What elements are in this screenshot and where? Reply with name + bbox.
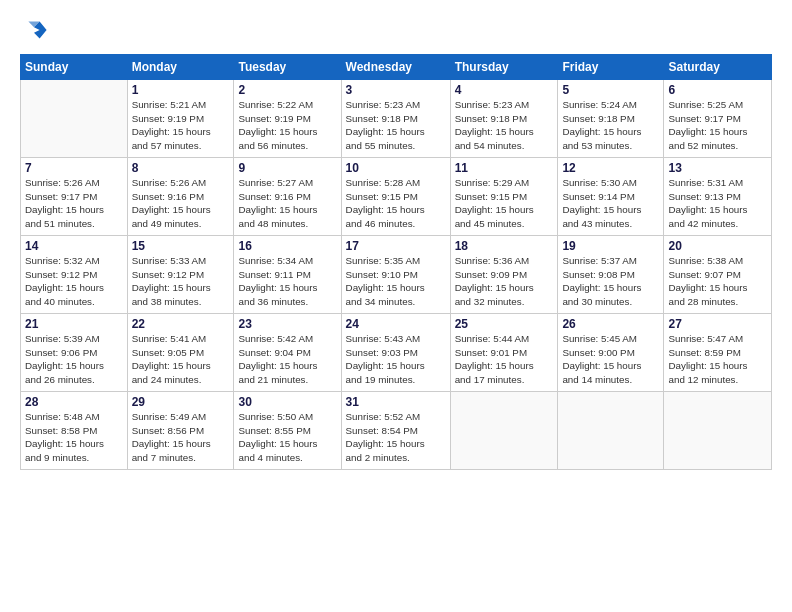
day-number: 1 (132, 83, 230, 97)
day-number: 8 (132, 161, 230, 175)
calendar-week-5: 28Sunrise: 5:48 AM Sunset: 8:58 PM Dayli… (21, 392, 772, 470)
day-number: 2 (238, 83, 336, 97)
calendar: SundayMondayTuesdayWednesdayThursdayFrid… (20, 54, 772, 470)
calendar-cell: 22Sunrise: 5:41 AM Sunset: 9:05 PM Dayli… (127, 314, 234, 392)
calendar-cell: 30Sunrise: 5:50 AM Sunset: 8:55 PM Dayli… (234, 392, 341, 470)
day-number: 24 (346, 317, 446, 331)
calendar-cell: 24Sunrise: 5:43 AM Sunset: 9:03 PM Dayli… (341, 314, 450, 392)
day-number: 17 (346, 239, 446, 253)
day-info: Sunrise: 5:21 AM Sunset: 9:19 PM Dayligh… (132, 98, 230, 153)
calendar-cell: 16Sunrise: 5:34 AM Sunset: 9:11 PM Dayli… (234, 236, 341, 314)
calendar-header-sunday: Sunday (21, 55, 128, 80)
day-info: Sunrise: 5:36 AM Sunset: 9:09 PM Dayligh… (455, 254, 554, 309)
day-info: Sunrise: 5:49 AM Sunset: 8:56 PM Dayligh… (132, 410, 230, 465)
day-info: Sunrise: 5:30 AM Sunset: 9:14 PM Dayligh… (562, 176, 659, 231)
calendar-cell: 14Sunrise: 5:32 AM Sunset: 9:12 PM Dayli… (21, 236, 128, 314)
day-number: 25 (455, 317, 554, 331)
day-info: Sunrise: 5:23 AM Sunset: 9:18 PM Dayligh… (346, 98, 446, 153)
day-info: Sunrise: 5:43 AM Sunset: 9:03 PM Dayligh… (346, 332, 446, 387)
day-info: Sunrise: 5:44 AM Sunset: 9:01 PM Dayligh… (455, 332, 554, 387)
calendar-cell: 25Sunrise: 5:44 AM Sunset: 9:01 PM Dayli… (450, 314, 558, 392)
day-info: Sunrise: 5:26 AM Sunset: 9:16 PM Dayligh… (132, 176, 230, 231)
day-number: 9 (238, 161, 336, 175)
day-number: 29 (132, 395, 230, 409)
calendar-header-row: SundayMondayTuesdayWednesdayThursdayFrid… (21, 55, 772, 80)
calendar-week-4: 21Sunrise: 5:39 AM Sunset: 9:06 PM Dayli… (21, 314, 772, 392)
day-info: Sunrise: 5:32 AM Sunset: 9:12 PM Dayligh… (25, 254, 123, 309)
day-number: 20 (668, 239, 767, 253)
day-number: 27 (668, 317, 767, 331)
calendar-cell: 6Sunrise: 5:25 AM Sunset: 9:17 PM Daylig… (664, 80, 772, 158)
day-number: 23 (238, 317, 336, 331)
logo-icon (20, 16, 48, 44)
calendar-header-tuesday: Tuesday (234, 55, 341, 80)
day-info: Sunrise: 5:24 AM Sunset: 9:18 PM Dayligh… (562, 98, 659, 153)
day-info: Sunrise: 5:33 AM Sunset: 9:12 PM Dayligh… (132, 254, 230, 309)
calendar-cell: 15Sunrise: 5:33 AM Sunset: 9:12 PM Dayli… (127, 236, 234, 314)
header (20, 16, 772, 44)
day-info: Sunrise: 5:31 AM Sunset: 9:13 PM Dayligh… (668, 176, 767, 231)
calendar-header-monday: Monday (127, 55, 234, 80)
calendar-header-friday: Friday (558, 55, 664, 80)
calendar-header-thursday: Thursday (450, 55, 558, 80)
calendar-cell: 18Sunrise: 5:36 AM Sunset: 9:09 PM Dayli… (450, 236, 558, 314)
day-info: Sunrise: 5:27 AM Sunset: 9:16 PM Dayligh… (238, 176, 336, 231)
day-number: 28 (25, 395, 123, 409)
calendar-cell: 23Sunrise: 5:42 AM Sunset: 9:04 PM Dayli… (234, 314, 341, 392)
day-info: Sunrise: 5:52 AM Sunset: 8:54 PM Dayligh… (346, 410, 446, 465)
day-info: Sunrise: 5:23 AM Sunset: 9:18 PM Dayligh… (455, 98, 554, 153)
calendar-cell: 13Sunrise: 5:31 AM Sunset: 9:13 PM Dayli… (664, 158, 772, 236)
calendar-cell: 28Sunrise: 5:48 AM Sunset: 8:58 PM Dayli… (21, 392, 128, 470)
logo (20, 16, 52, 44)
calendar-cell (21, 80, 128, 158)
day-number: 11 (455, 161, 554, 175)
calendar-cell: 27Sunrise: 5:47 AM Sunset: 8:59 PM Dayli… (664, 314, 772, 392)
day-info: Sunrise: 5:38 AM Sunset: 9:07 PM Dayligh… (668, 254, 767, 309)
day-info: Sunrise: 5:48 AM Sunset: 8:58 PM Dayligh… (25, 410, 123, 465)
day-info: Sunrise: 5:37 AM Sunset: 9:08 PM Dayligh… (562, 254, 659, 309)
day-number: 12 (562, 161, 659, 175)
calendar-week-2: 7Sunrise: 5:26 AM Sunset: 9:17 PM Daylig… (21, 158, 772, 236)
calendar-cell: 21Sunrise: 5:39 AM Sunset: 9:06 PM Dayli… (21, 314, 128, 392)
day-info: Sunrise: 5:35 AM Sunset: 9:10 PM Dayligh… (346, 254, 446, 309)
day-number: 5 (562, 83, 659, 97)
day-number: 6 (668, 83, 767, 97)
calendar-cell: 17Sunrise: 5:35 AM Sunset: 9:10 PM Dayli… (341, 236, 450, 314)
calendar-cell: 19Sunrise: 5:37 AM Sunset: 9:08 PM Dayli… (558, 236, 664, 314)
day-number: 21 (25, 317, 123, 331)
day-number: 13 (668, 161, 767, 175)
calendar-cell: 26Sunrise: 5:45 AM Sunset: 9:00 PM Dayli… (558, 314, 664, 392)
calendar-cell: 3Sunrise: 5:23 AM Sunset: 9:18 PM Daylig… (341, 80, 450, 158)
calendar-cell: 7Sunrise: 5:26 AM Sunset: 9:17 PM Daylig… (21, 158, 128, 236)
calendar-cell (558, 392, 664, 470)
day-info: Sunrise: 5:39 AM Sunset: 9:06 PM Dayligh… (25, 332, 123, 387)
calendar-week-3: 14Sunrise: 5:32 AM Sunset: 9:12 PM Dayli… (21, 236, 772, 314)
calendar-cell: 20Sunrise: 5:38 AM Sunset: 9:07 PM Dayli… (664, 236, 772, 314)
calendar-cell: 9Sunrise: 5:27 AM Sunset: 9:16 PM Daylig… (234, 158, 341, 236)
day-info: Sunrise: 5:47 AM Sunset: 8:59 PM Dayligh… (668, 332, 767, 387)
calendar-cell: 29Sunrise: 5:49 AM Sunset: 8:56 PM Dayli… (127, 392, 234, 470)
calendar-cell: 11Sunrise: 5:29 AM Sunset: 9:15 PM Dayli… (450, 158, 558, 236)
day-number: 7 (25, 161, 123, 175)
calendar-cell: 10Sunrise: 5:28 AM Sunset: 9:15 PM Dayli… (341, 158, 450, 236)
day-info: Sunrise: 5:22 AM Sunset: 9:19 PM Dayligh… (238, 98, 336, 153)
day-info: Sunrise: 5:45 AM Sunset: 9:00 PM Dayligh… (562, 332, 659, 387)
day-info: Sunrise: 5:28 AM Sunset: 9:15 PM Dayligh… (346, 176, 446, 231)
calendar-cell: 2Sunrise: 5:22 AM Sunset: 9:19 PM Daylig… (234, 80, 341, 158)
day-number: 19 (562, 239, 659, 253)
day-number: 26 (562, 317, 659, 331)
day-number: 4 (455, 83, 554, 97)
day-info: Sunrise: 5:42 AM Sunset: 9:04 PM Dayligh… (238, 332, 336, 387)
day-number: 18 (455, 239, 554, 253)
day-number: 14 (25, 239, 123, 253)
day-info: Sunrise: 5:26 AM Sunset: 9:17 PM Dayligh… (25, 176, 123, 231)
calendar-cell (664, 392, 772, 470)
calendar-header-saturday: Saturday (664, 55, 772, 80)
calendar-header-wednesday: Wednesday (341, 55, 450, 80)
calendar-cell: 1Sunrise: 5:21 AM Sunset: 9:19 PM Daylig… (127, 80, 234, 158)
day-info: Sunrise: 5:29 AM Sunset: 9:15 PM Dayligh… (455, 176, 554, 231)
calendar-cell: 8Sunrise: 5:26 AM Sunset: 9:16 PM Daylig… (127, 158, 234, 236)
day-number: 16 (238, 239, 336, 253)
day-number: 22 (132, 317, 230, 331)
day-number: 31 (346, 395, 446, 409)
